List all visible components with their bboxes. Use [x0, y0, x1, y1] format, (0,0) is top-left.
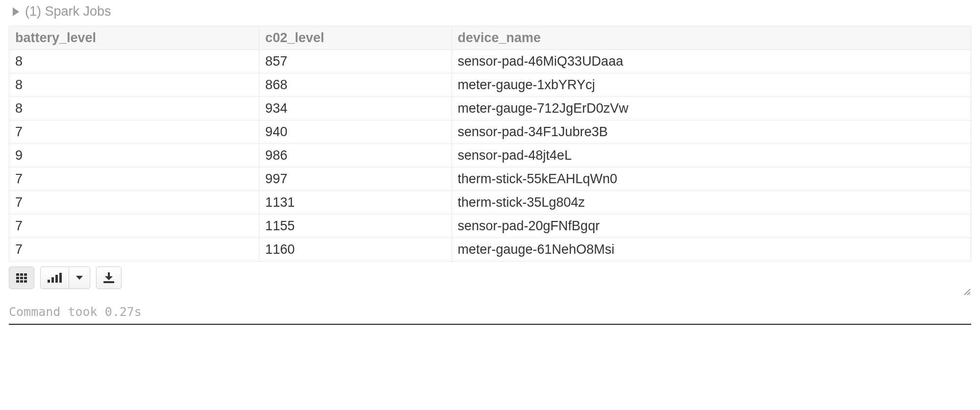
- cell-battery_level: 8: [9, 97, 259, 121]
- cell-device_name: therm-stick-35Lg804z: [452, 191, 971, 215]
- svg-line-0: [964, 289, 970, 295]
- table-row: 71131therm-stick-35Lg804z: [9, 191, 971, 215]
- table-header-row: battery_level c02_level device_name: [9, 26, 971, 50]
- cell-c02_level: 857: [259, 50, 452, 73]
- resize-handle[interactable]: [9, 287, 971, 296]
- cell-battery_level: 7: [9, 191, 259, 215]
- cell-c02_level: 940: [259, 121, 452, 144]
- table-row: 9986sensor-pad-48jt4eL: [9, 144, 971, 168]
- cell-device_name: meter-gauge-61NehO8Msi: [452, 238, 971, 262]
- cell-device_name: meter-gauge-1xbYRYcj: [452, 73, 971, 97]
- table-view-button[interactable]: [9, 266, 34, 289]
- svg-line-2: [970, 294, 970, 295]
- table-row: 8934meter-gauge-712JgErD0zVw: [9, 97, 971, 121]
- cell-c02_level: 986: [259, 144, 452, 168]
- spark-jobs-toggle[interactable]: (1) Spark Jobs: [13, 4, 971, 19]
- cell-battery_level: 7: [9, 168, 259, 191]
- cell-device_name: sensor-pad-20gFNfBgqr: [452, 215, 971, 238]
- cell-battery_level: 7: [9, 238, 259, 262]
- cell-battery_level: 7: [9, 215, 259, 238]
- cell-c02_level: 1155: [259, 215, 452, 238]
- cell-c02_level: 997: [259, 168, 452, 191]
- table-row: 7940sensor-pad-34F1Jubre3B: [9, 121, 971, 144]
- chart-view-button[interactable]: [40, 266, 69, 289]
- results-table: battery_level c02_level device_name 8857…: [9, 26, 971, 262]
- cell-c02_level: 934: [259, 97, 452, 121]
- table-icon: [16, 273, 27, 283]
- cell-divider: [9, 324, 971, 325]
- resize-grip-icon: [963, 288, 971, 296]
- caret-down-icon: [76, 276, 83, 280]
- cell-c02_level: 1131: [259, 191, 452, 215]
- chart-view-group: [40, 266, 90, 289]
- cell-c02_level: 868: [259, 73, 452, 97]
- cell-device_name: sensor-pad-34F1Jubre3B: [452, 121, 971, 144]
- cell-battery_level: 8: [9, 73, 259, 97]
- cell-device_name: sensor-pad-48jt4eL: [452, 144, 971, 168]
- chart-view-dropdown[interactable]: [69, 266, 90, 289]
- result-toolbar: [9, 266, 971, 289]
- column-header-device-name[interactable]: device_name: [452, 26, 971, 50]
- status-text: Command took 0.27s: [9, 305, 971, 319]
- cell-battery_level: 8: [9, 50, 259, 73]
- table-row: 8868meter-gauge-1xbYRYcj: [9, 73, 971, 97]
- cell-battery_level: 9: [9, 144, 259, 168]
- table-row: 7997therm-stick-55kEAHLqWn0: [9, 168, 971, 191]
- cell-battery_level: 7: [9, 121, 259, 144]
- chevron-right-icon: [13, 7, 19, 16]
- cell-device_name: meter-gauge-712JgErD0zVw: [452, 97, 971, 121]
- table-row: 71155sensor-pad-20gFNfBgqr: [9, 215, 971, 238]
- cell-device_name: therm-stick-55kEAHLqWn0: [452, 168, 971, 191]
- table-row: 8857sensor-pad-46MiQ33UDaaa: [9, 50, 971, 73]
- column-header-c02-level[interactable]: c02_level: [259, 26, 452, 50]
- table-row: 71160meter-gauge-61NehO8Msi: [9, 238, 971, 262]
- spark-jobs-label: (1) Spark Jobs: [25, 4, 111, 19]
- download-icon: [103, 272, 114, 283]
- bar-chart-icon: [48, 273, 62, 283]
- column-header-battery-level[interactable]: battery_level: [9, 26, 259, 50]
- download-button[interactable]: [96, 266, 122, 289]
- cell-c02_level: 1160: [259, 238, 452, 262]
- cell-device_name: sensor-pad-46MiQ33UDaaa: [452, 50, 971, 73]
